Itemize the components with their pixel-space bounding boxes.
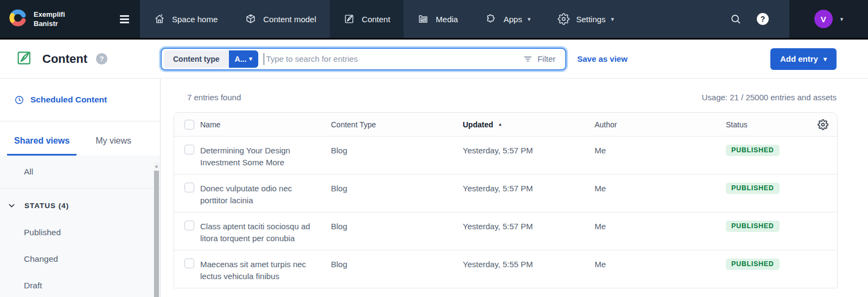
status-badge: PUBLISHED [726, 259, 780, 270]
nav-label: Content model [263, 15, 316, 24]
scheduled-content-link[interactable]: Scheduled Content [0, 79, 160, 121]
save-as-view-link[interactable]: Save as view [577, 54, 628, 63]
entry-content-type: Blog [331, 137, 463, 157]
content-type-scope-label[interactable]: Content type [164, 50, 229, 68]
add-entry-button[interactable]: Add entry ▾ [770, 48, 837, 70]
page-title-group: Content ? [0, 49, 161, 69]
chevron-down-icon[interactable]: ▾ [840, 16, 844, 23]
avatar[interactable]: V [814, 10, 833, 28]
page-header: Content ? Content type A... ▾ Filter Sav… [0, 40, 868, 79]
row-checkbox[interactable] [184, 259, 194, 268]
org-brand[interactable]: Exemplifi Banistr [9, 9, 65, 29]
search-input[interactable] [264, 54, 514, 63]
filter-icon [523, 54, 533, 64]
nav-media[interactable]: Media [404, 0, 471, 38]
table-settings-gear-icon[interactable] [810, 119, 828, 130]
entry-name[interactable]: Determining Your Design Investment Some … [200, 137, 331, 169]
entry-content-type: Blog [331, 250, 463, 270]
top-navigation-bar: Exemplifi Banistr Space home [0, 0, 868, 40]
nav-label: Apps [503, 15, 522, 24]
table-row[interactable]: Maecenas sit amet turpis nec lectus vehi… [174, 250, 837, 288]
sidebar-scrollbar[interactable]: ▲ [154, 162, 159, 297]
views-sidebar: Scheduled Content Shared views My views … [0, 79, 161, 297]
settings-gear-icon [558, 13, 570, 25]
nav-content-model[interactable]: Content model [231, 0, 330, 38]
table-row[interactable]: Determining Your Design Investment Some … [174, 137, 837, 175]
views-list: All STATUS (4) Published Changed Draft [0, 156, 160, 297]
entries-table: Name Content Type Updated ▲ Author Statu… [174, 112, 838, 288]
scrollbar-thumb[interactable] [154, 171, 159, 297]
account-section: V ▾ [789, 0, 868, 38]
content-model-icon [245, 13, 257, 25]
org-section: Exemplifi Banistr [0, 0, 140, 38]
home-icon [154, 13, 165, 25]
filter-button[interactable]: Filter [515, 54, 564, 64]
chevron-down-icon [7, 201, 16, 210]
nav-apps[interactable]: Apps ▾ [471, 0, 544, 38]
hamburger-menu-icon[interactable] [120, 15, 129, 23]
filter-label: Filter [538, 54, 556, 63]
nav-label: Space home [172, 15, 218, 24]
tab-shared-views[interactable]: Shared views [7, 136, 76, 156]
entry-name[interactable]: Class aptent taciti sociosqu ad litora t… [200, 212, 331, 244]
view-item-all[interactable]: All [0, 156, 160, 189]
nav-content[interactable]: Content [330, 0, 404, 38]
column-header-status[interactable]: Status [726, 120, 810, 129]
entry-updated: Yesterday, 5:57 PM [463, 212, 595, 233]
content-type-dropdown[interactable]: A... ▾ [229, 50, 258, 68]
row-checkbox[interactable] [184, 183, 194, 192]
entry-name[interactable]: Maecenas sit amet turpis nec lectus vehi… [200, 250, 331, 282]
entries-main: 7 entries found Usage: 21 / 25000 entrie… [161, 79, 868, 297]
page-title: Content [42, 52, 87, 66]
entry-updated: Yesterday, 5:57 PM [463, 175, 595, 195]
entries-found-count: 7 entries found [187, 93, 241, 102]
help-icon[interactable]: ? [757, 13, 769, 25]
view-item-published[interactable]: Published [0, 219, 160, 246]
sort-asc-icon: ▲ [498, 122, 502, 127]
entry-author: Me [595, 212, 726, 233]
status-badge: PUBLISHED [726, 145, 780, 156]
clock-icon [14, 95, 24, 105]
view-item-changed[interactable]: Changed [0, 246, 160, 272]
nav-label: Content [362, 15, 391, 24]
view-item-draft[interactable]: Draft [0, 272, 160, 297]
media-icon [417, 13, 429, 25]
status-group-toggle[interactable]: STATUS (4) [0, 192, 160, 219]
column-header-author[interactable]: Author [595, 120, 726, 129]
entry-author: Me [595, 175, 726, 195]
row-checkbox[interactable] [184, 145, 194, 154]
chevron-down-icon: ▾ [824, 55, 827, 63]
column-header-content-type[interactable]: Content Type [331, 120, 463, 129]
status-badge: PUBLISHED [726, 183, 780, 194]
column-header-updated[interactable]: Updated ▲ [463, 120, 595, 129]
views-tabs: Shared views My views [0, 121, 160, 156]
table-row[interactable]: Donec vulputate odio nec porttitor lacin… [174, 175, 837, 212]
content-type-value: A... [235, 55, 247, 63]
scheduled-content-label: Scheduled Content [30, 95, 107, 105]
entries-meta-row: 7 entries found Usage: 21 / 25000 entrie… [174, 93, 838, 102]
search-icon[interactable] [730, 13, 742, 25]
app-window: Exemplifi Banistr Space home [0, 0, 868, 297]
entries-table-header: Name Content Type Updated ▲ Author Statu… [174, 113, 837, 137]
nav-label: Settings [576, 15, 605, 24]
content-page-icon [15, 49, 34, 69]
scrollbar-up-arrow-icon[interactable]: ▲ [154, 162, 159, 170]
entry-author: Me [595, 250, 726, 270]
nav-settings[interactable]: Settings ▾ [544, 0, 628, 38]
usage-counter: Usage: 21 / 25000 entries and assets [702, 93, 837, 102]
column-header-name[interactable]: Name [200, 120, 331, 129]
chevron-down-icon: ▾ [249, 55, 252, 62]
entry-content-type: Blog [331, 175, 463, 195]
chevron-down-icon: ▾ [527, 16, 531, 23]
entry-updated: Yesterday, 5:57 PM [463, 137, 595, 157]
entry-name[interactable]: Donec vulputate odio nec porttitor lacin… [200, 175, 331, 206]
row-checkbox[interactable] [184, 221, 194, 230]
status-badge: PUBLISHED [726, 221, 780, 232]
title-help-icon[interactable]: ? [96, 53, 107, 64]
table-row[interactable]: Class aptent taciti sociosqu ad litora t… [174, 212, 837, 250]
tab-my-views[interactable]: My views [88, 136, 138, 156]
main-nav: Space home Content model Content [140, 0, 789, 38]
nav-space-home[interactable]: Space home [140, 0, 231, 38]
entry-search-bar: Content type A... ▾ Filter [161, 48, 566, 70]
select-all-checkbox[interactable] [184, 120, 194, 130]
